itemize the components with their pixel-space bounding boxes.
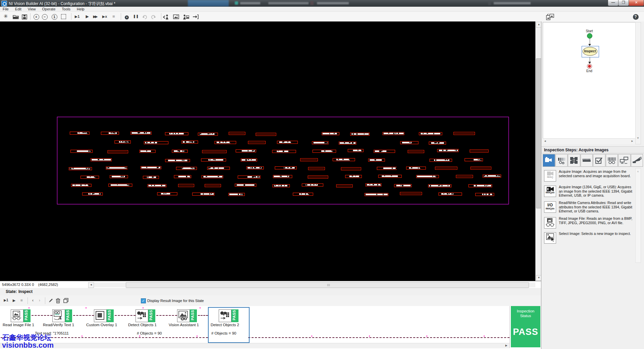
delete-step-icon[interactable] bbox=[55, 297, 61, 304]
close-button[interactable]: ✕ bbox=[629, 0, 644, 6]
simulate-image-icon[interactable] bbox=[182, 13, 190, 20]
scroll-left-icon[interactable]: ◄ bbox=[544, 140, 546, 143]
select-image-icon[interactable] bbox=[544, 232, 556, 244]
hscroll-left-icon[interactable]: ◄ bbox=[88, 282, 94, 288]
step-connector bbox=[73, 315, 94, 316]
new-inspection-icon[interactable]: ✳ bbox=[2, 13, 9, 20]
tab-acquire-images[interactable] bbox=[543, 154, 555, 167]
display-image-icon[interactable] bbox=[172, 13, 180, 20]
zoom-to-fit-icon[interactable] bbox=[60, 13, 67, 20]
image-vertical-scrollbar[interactable]: ▲ ▼ bbox=[535, 21, 541, 281]
step-label[interactable]: Read/Verify Text 1 bbox=[43, 323, 74, 327]
run-once-icon[interactable]: ▶1 bbox=[73, 13, 81, 20]
zoom-in-icon[interactable]: + bbox=[33, 13, 40, 20]
read-image-file-icon[interactable] bbox=[544, 217, 556, 229]
step-label[interactable]: Custom Overlay 1 bbox=[86, 323, 117, 327]
step-detect-objects[interactable] bbox=[136, 309, 148, 322]
menu-file[interactable]: File bbox=[0, 7, 11, 11]
tab-additional-tools[interactable] bbox=[631, 154, 643, 167]
tab-locate-features[interactable] bbox=[568, 154, 580, 167]
zoom-1to1-icon[interactable]: 1 bbox=[51, 13, 58, 20]
background-tab-icon bbox=[235, 1, 238, 5]
switch-view-icon[interactable] bbox=[545, 13, 555, 20]
step-detect-objects-2[interactable] bbox=[219, 309, 231, 322]
step-status-badge: PASS bbox=[107, 309, 114, 322]
scroll-thumb[interactable] bbox=[126, 282, 529, 288]
copy-step-icon[interactable] bbox=[62, 297, 69, 304]
save-inspection-icon[interactable] bbox=[21, 13, 28, 20]
watermark-link[interactable]: visionbbs.com bbox=[2, 341, 54, 349]
right-panel: Start Inspect End ▼ ◄ ► Inspection Steps… bbox=[541, 21, 644, 349]
jump-into-step-icon[interactable] bbox=[192, 13, 199, 20]
state-end-node[interactable] bbox=[587, 64, 592, 69]
tab-check-presence[interactable] bbox=[593, 154, 605, 167]
state-bar: State: Inspect bbox=[0, 288, 541, 296]
acquire-image-description[interactable]: Acquire Image: Acquires an image from th… bbox=[559, 169, 636, 178]
tab-communicate[interactable] bbox=[618, 154, 631, 167]
help-icon[interactable]: ? bbox=[632, 13, 639, 20]
step-custom-overlay[interactable] bbox=[94, 309, 107, 322]
run-state-icon[interactable]: ▶ bbox=[11, 297, 17, 304]
tab-identify-parts[interactable] bbox=[606, 154, 618, 167]
step-label[interactable]: Detect Objects 1 bbox=[128, 323, 157, 327]
state-end-label: End bbox=[543, 69, 636, 73]
scroll-right-icon[interactable]: ► bbox=[631, 140, 634, 143]
menu-help[interactable]: Help bbox=[74, 7, 87, 11]
read-write-camera-attributes-icon[interactable]: I/O IMAQdx bbox=[544, 201, 556, 213]
run-state-once-icon[interactable]: ▶1 bbox=[3, 297, 9, 304]
acquire-image-dx-icon[interactable]: IMAQdx bbox=[544, 186, 556, 197]
image-status-bar: 5496x3672 0.33X 0 (4682,2582) ◄ bbox=[0, 281, 541, 289]
tab-measure-features[interactable] bbox=[581, 154, 593, 167]
state-value: Inspect bbox=[18, 289, 33, 294]
select-image-description[interactable]: Select Image: Selects a new image to ins… bbox=[559, 232, 636, 236]
edit-step-icon[interactable] bbox=[47, 297, 54, 304]
diagram-horizontal-scrollbar[interactable]: ◄ ► bbox=[543, 138, 635, 144]
pause-icon[interactable]: ❚❚ bbox=[132, 13, 140, 20]
step-read-image-file[interactable] bbox=[11, 309, 23, 322]
palette-vertical-scrollbar[interactable]: ▲ bbox=[635, 168, 641, 263]
restore-button[interactable]: ❐ bbox=[618, 0, 629, 6]
read-image-file-description[interactable]: Read Image File: Reads an image from a B… bbox=[559, 216, 636, 225]
scroll-up-icon[interactable]: ▲ bbox=[637, 170, 639, 173]
state-inspect-node[interactable]: Inspect bbox=[582, 46, 599, 57]
zoom-out-icon[interactable]: − bbox=[41, 13, 48, 20]
scroll-down-icon[interactable]: ▼ bbox=[637, 137, 639, 140]
menu-tools[interactable]: Tools bbox=[59, 7, 73, 11]
diagram-vertical-scrollbar[interactable]: ▼ bbox=[635, 22, 641, 144]
minimize-button[interactable]: — bbox=[608, 0, 619, 6]
display-result-image-checkbox[interactable]: ✓ bbox=[141, 298, 146, 303]
state-steps-area: PASS Read Image File 1 A PASS Read/Verif… bbox=[0, 306, 541, 349]
tab-enhance-images[interactable] bbox=[555, 154, 568, 167]
acquire-image-icon[interactable]: IMAQ bbox=[544, 170, 556, 182]
state-inspect-ellipse[interactable]: Inspect bbox=[583, 47, 597, 56]
step-label[interactable]: Read Image File 1 bbox=[3, 323, 34, 327]
menu-edit[interactable]: Edit bbox=[12, 7, 24, 11]
simulate-acquisition-icon[interactable] bbox=[162, 13, 170, 20]
background-tab-text bbox=[317, 2, 349, 4]
run-continuous-icon[interactable]: ▶▶ bbox=[91, 13, 99, 20]
state-label: State: bbox=[6, 289, 17, 294]
scroll-right-icon[interactable]: ▶ bbox=[504, 343, 509, 348]
run-until-failure-icon[interactable]: ▶x bbox=[101, 13, 108, 20]
step-label[interactable]: Detect Objects 2 bbox=[211, 323, 239, 327]
menu-operate[interactable]: Operate bbox=[40, 7, 58, 11]
acquire-image-dx-description[interactable]: Acquire Image (1394, GigE, or USB): Acqu… bbox=[559, 185, 636, 198]
run-icon[interactable]: ▶ bbox=[84, 13, 91, 20]
state-start-node[interactable] bbox=[587, 33, 592, 39]
image-horizontal-scrollbar[interactable] bbox=[94, 282, 535, 287]
inspection-image-view[interactable] bbox=[0, 21, 535, 281]
step-label[interactable]: Vision Assistant 1 bbox=[169, 323, 199, 327]
step-read-verify-text[interactable]: A bbox=[52, 309, 65, 322]
open-inspection-icon[interactable] bbox=[12, 13, 19, 20]
menu-view[interactable]: View bbox=[25, 7, 39, 11]
background-tab-text bbox=[240, 2, 260, 4]
step-status-badge: PASS bbox=[190, 309, 197, 322]
previous-step-icon[interactable]: ‹ bbox=[30, 297, 36, 304]
divider bbox=[509, 306, 510, 348]
state-diagram-canvas[interactable]: Start Inspect End bbox=[543, 22, 636, 139]
breakpoint-icon[interactable]: ▾ bbox=[123, 13, 130, 20]
step-vision-assistant[interactable] bbox=[177, 309, 190, 322]
scroll-thumb[interactable] bbox=[536, 58, 541, 208]
read-write-camera-attributes-description[interactable]: Read/Write Camera Attributes: Read and w… bbox=[559, 201, 636, 213]
steps-horizontal-scrollbar[interactable]: ▶ bbox=[0, 343, 509, 348]
